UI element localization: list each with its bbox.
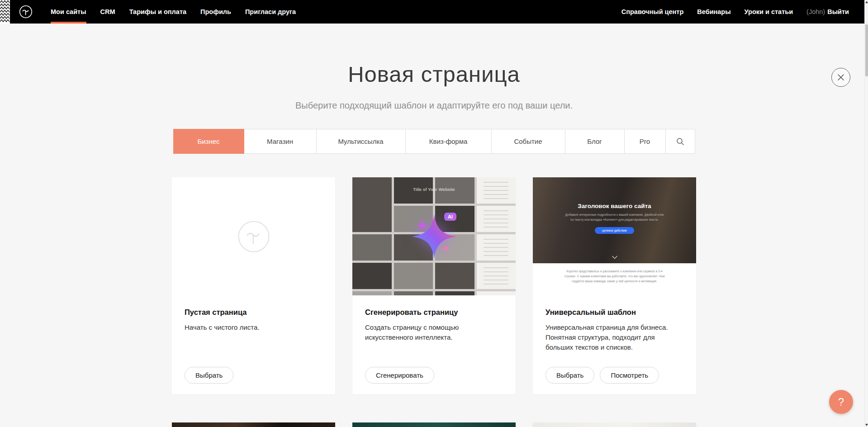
new-page-dialog: Новая страница Выберите подходящий шабло… xyxy=(0,24,868,427)
card-body: Универсальный шаблон Универсальная стран… xyxy=(533,295,696,394)
tab-event[interactable]: Событие xyxy=(492,129,565,154)
card-title: Универсальный шаблон xyxy=(545,308,683,317)
card-description: Начать с чистого листа. xyxy=(185,323,323,332)
template-card-partial[interactable] xyxy=(352,422,516,427)
view-button[interactable]: Посмотреть xyxy=(600,367,659,384)
preview-cta-button: целевое действие xyxy=(595,227,634,234)
zigzag-pattern xyxy=(0,0,10,24)
preview-hero-section: Заголовок вашего сайта Добавьте интересн… xyxy=(533,177,696,263)
search-tab[interactable] xyxy=(666,129,695,154)
scroll-down-arrow[interactable] xyxy=(865,424,868,426)
page-subtitle: Выберите подходящий шаблон и адаптируйте… xyxy=(0,100,868,111)
search-icon xyxy=(676,138,684,146)
tab-multilink[interactable]: Мультиссылка xyxy=(317,129,406,154)
scrollbar-thumb[interactable] xyxy=(865,24,868,76)
card-body: Пустая страница Начать с чистого листа. … xyxy=(172,295,335,394)
template-card-universal: Заголовок вашего сайта Добавьте интересн… xyxy=(533,177,696,394)
template-card-ai-generate: Title of Your Website AI С xyxy=(352,177,516,394)
template-preview-image xyxy=(352,422,516,427)
select-button[interactable]: Выбрать xyxy=(545,367,594,384)
chevron-down-icon xyxy=(612,256,617,259)
scrollbar-track[interactable] xyxy=(864,0,868,427)
tab-store[interactable]: Магазин xyxy=(244,129,317,154)
top-navigation-bar: Мои сайты CRM Тарифы и оплата Профиль Пр… xyxy=(0,0,868,24)
preview-site-title: Заголовок вашего сайта xyxy=(533,203,696,209)
nav-invite-friend[interactable]: Пригласи друга xyxy=(245,0,296,24)
preview-text-section: Коротко представьтесь и расскажите о ком… xyxy=(533,263,696,295)
main-navigation: Мои сайты CRM Тарифы и оплата Профиль Пр… xyxy=(51,0,296,24)
tilda-watermark-icon xyxy=(237,219,271,254)
card-actions: Выбрать Посмотреть xyxy=(545,367,683,384)
card-title: Пустая страница xyxy=(185,308,323,317)
nav-tariffs[interactable]: Тарифы и оплата xyxy=(129,0,186,24)
tab-pro[interactable]: Pro xyxy=(625,129,666,154)
tab-blog[interactable]: Блог xyxy=(565,129,625,154)
tab-quiz-form[interactable]: Квиз-форма xyxy=(406,129,492,154)
template-card-blank: Пустая страница Начать с чистого листа. … xyxy=(172,177,335,394)
card-description: Создать страницу с помощью искусственног… xyxy=(365,323,503,342)
card-actions: Сгенерировать xyxy=(365,367,503,384)
template-preview-image xyxy=(172,422,335,427)
card-title: Сгенерировать страницу xyxy=(365,308,503,317)
secondary-navigation: Справочный центр Вебинары Уроки и статьи… xyxy=(621,0,849,24)
template-grid: Пустая страница Начать с чистого листа. … xyxy=(172,177,696,427)
nav-webinars[interactable]: Вебинары xyxy=(697,0,730,24)
preview-body-text: Коротко представьтесь и расскажите о ком… xyxy=(563,269,666,284)
scroll-up-arrow[interactable] xyxy=(865,1,868,3)
card-description: Универсальная страница для бизнеса. Поня… xyxy=(545,323,683,352)
card-actions: Выбрать xyxy=(185,367,323,384)
template-card-partial[interactable] xyxy=(172,422,335,427)
help-button[interactable]: ? xyxy=(829,390,853,414)
nav-crm[interactable]: CRM xyxy=(100,0,115,24)
template-preview-image xyxy=(533,422,696,427)
tab-business[interactable]: Бизнес xyxy=(173,129,244,154)
generate-button[interactable]: Сгенерировать xyxy=(365,367,434,384)
close-button[interactable] xyxy=(831,68,850,87)
close-icon xyxy=(837,74,844,81)
nav-profile[interactable]: Профиль xyxy=(200,0,231,24)
blank-page-preview[interactable] xyxy=(172,177,335,295)
ai-generate-preview[interactable]: Title of Your Website AI xyxy=(352,177,516,295)
select-button[interactable]: Выбрать xyxy=(185,367,233,384)
user-name: (John) xyxy=(806,8,825,15)
template-card-partial[interactable] xyxy=(533,422,696,427)
template-category-tabs: Бизнес Магазин Мультиссылка Квиз-форма С… xyxy=(173,129,695,154)
user-session: (John) Выйти xyxy=(806,8,849,15)
nav-my-sites[interactable]: Мои сайты xyxy=(51,0,86,24)
tilda-logo[interactable] xyxy=(19,5,33,19)
nav-help-center[interactable]: Справочный центр xyxy=(621,0,684,24)
card-body: Сгенерировать страницу Создать страницу … xyxy=(352,295,516,394)
universal-template-preview[interactable]: Заголовок вашего сайта Добавьте интересн… xyxy=(533,177,696,295)
logout-link[interactable]: Выйти xyxy=(827,8,849,15)
collage-site-title: Title of Your Website xyxy=(413,187,455,192)
nav-lessons[interactable]: Уроки и статьи xyxy=(745,0,793,24)
preview-site-subtitle: Добавьте интересные подробности о вашей … xyxy=(564,213,665,223)
page-title: Новая страница xyxy=(0,62,868,87)
ai-badge: AI xyxy=(444,213,456,221)
